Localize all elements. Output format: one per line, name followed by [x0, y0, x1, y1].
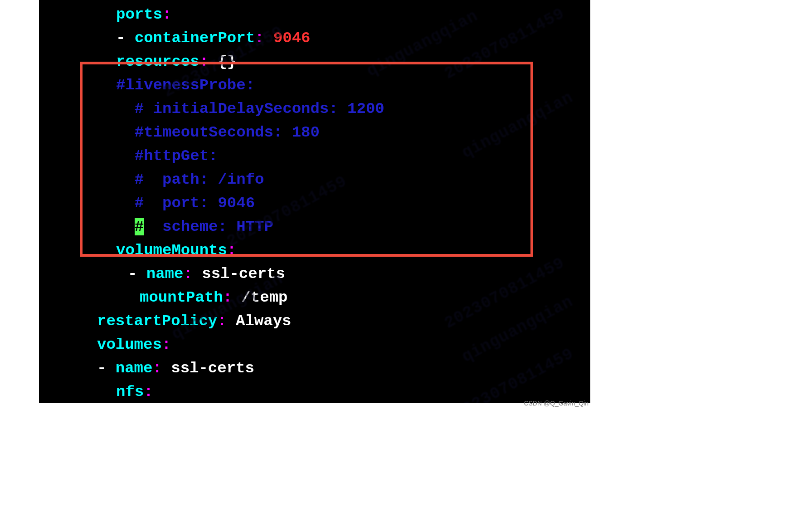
code-line: - name: ssl-certs [39, 356, 590, 380]
code-line: volumeMounts: [39, 239, 590, 262]
yaml-key: volumeMounts [116, 242, 227, 259]
yaml-comment: # initialDelaySeconds: 1200 [116, 100, 384, 117]
code-area[interactable]: ports: - containerPort: 9046 resources: … [39, 3, 590, 403]
code-line: restartPolicy: Always [39, 309, 590, 333]
code-line-comment: # initialDelaySeconds: 1200 [39, 97, 590, 121]
yaml-comment: # path: /info [116, 171, 264, 188]
code-line: - name: ssl-certs [39, 262, 590, 286]
yaml-value: /temp [241, 289, 287, 306]
yaml-comment: # port: 9046 [116, 195, 255, 212]
yaml-dash: - [116, 29, 135, 47]
yaml-comment: scheme: HTTP [144, 218, 273, 235]
yaml-colon: : [199, 53, 218, 70]
yaml-colon: : [223, 289, 242, 306]
code-line: ports: [39, 3, 590, 26]
yaml-comment: #httpGet: [116, 147, 218, 165]
footer-credit: CSDN @Q_Gavin_Qin [524, 400, 589, 407]
yaml-key: containerPort [135, 29, 255, 47]
code-line-comment: #httpGet: [39, 144, 590, 168]
yaml-key: mountPath [140, 289, 223, 306]
yaml-value: Always [236, 312, 291, 330]
code-line: nfs: [39, 380, 590, 403]
code-line-comment-cursor: # scheme: HTTP [39, 215, 590, 239]
yaml-value: ssl-certs [202, 265, 285, 283]
yaml-key: volumes [97, 336, 162, 353]
yaml-key: ports [116, 6, 162, 23]
yaml-colon: : [217, 312, 236, 330]
yaml-key: resources [116, 53, 199, 70]
code-line: resources: {} [39, 50, 590, 73]
yaml-value: ssl-certs [171, 360, 254, 377]
code-line-comment: #timeoutSeconds: 180 [39, 121, 590, 144]
yaml-dash: - [97, 360, 116, 377]
yaml-value: 9046 [273, 29, 311, 47]
yaml-key: name [146, 265, 184, 283]
code-line: - containerPort: 9046 [39, 26, 590, 50]
yaml-colon: : [162, 336, 171, 353]
yaml-colon: : [183, 265, 202, 283]
yaml-colon: : [144, 383, 153, 400]
yaml-colon: : [152, 360, 171, 377]
terminal-editor[interactable]: ports: - containerPort: 9046 resources: … [39, 0, 590, 403]
yaml-key: nfs [116, 383, 144, 400]
yaml-dash: - [128, 265, 146, 283]
code-line-comment: # path: /info [39, 168, 590, 191]
cursor: # [135, 218, 144, 235]
code-line-comment: #livenessProbe: [39, 73, 590, 97]
yaml-colon: : [162, 6, 171, 23]
yaml-comment: #timeoutSeconds: 180 [116, 124, 320, 141]
yaml-comment: #livenessProbe: [116, 77, 255, 94]
code-line: mountPath: /temp [39, 286, 590, 309]
yaml-key: name [116, 360, 153, 377]
yaml-value: {} [218, 53, 236, 70]
code-line-comment: # port: 9046 [39, 191, 590, 215]
yaml-colon: : [255, 29, 273, 47]
yaml-key: restartPolicy [97, 312, 217, 330]
code-line: volumes: [39, 333, 590, 356]
yaml-colon: : [227, 242, 236, 259]
